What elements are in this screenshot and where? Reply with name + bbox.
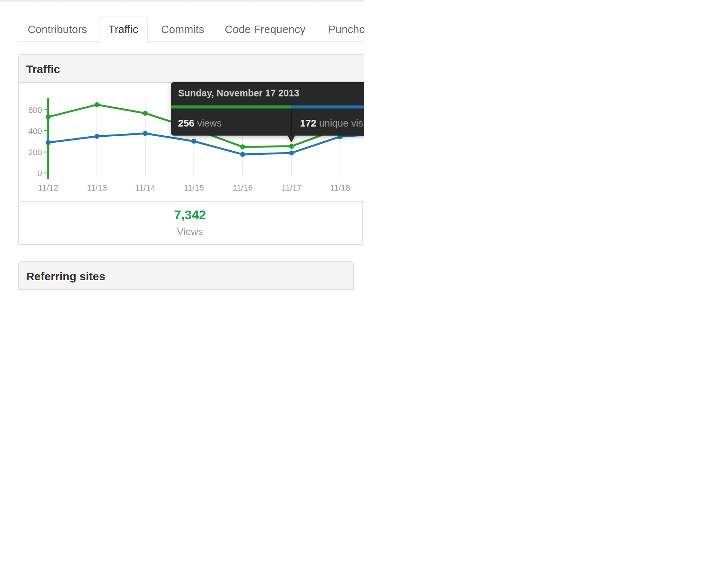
svg-text:0: 0 xyxy=(37,169,42,178)
svg-text:11/18: 11/18 xyxy=(330,183,350,192)
svg-text:11/15: 11/15 xyxy=(184,183,204,192)
svg-text:11/12: 11/12 xyxy=(38,183,58,192)
svg-text:200: 200 xyxy=(28,148,42,157)
svg-text:400: 400 xyxy=(28,126,42,136)
svg-text:600: 600 xyxy=(28,105,42,115)
svg-text:11/17: 11/17 xyxy=(282,183,302,192)
svg-text:11/13: 11/13 xyxy=(87,183,107,192)
svg-text:11/14: 11/14 xyxy=(135,183,155,192)
svg-text:11/16: 11/16 xyxy=(233,183,253,192)
